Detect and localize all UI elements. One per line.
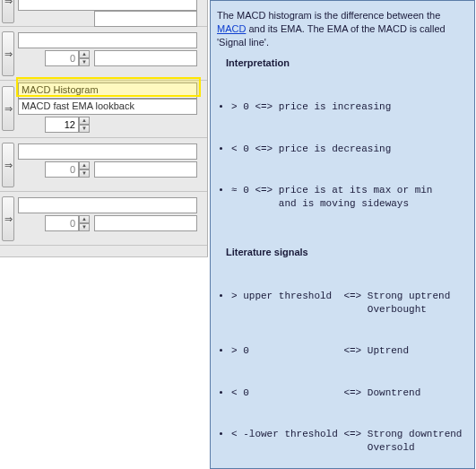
- collapse-arrow-button[interactable]: ⇒: [2, 86, 14, 131]
- spinner-up-icon[interactable]: ▲: [79, 161, 90, 169]
- spinner-down-icon[interactable]: ▼: [79, 169, 90, 178]
- left-panel: ⇒ ⇒ ▲▼ ⇒ MACD Histogram MACD fast EMA lo…: [0, 0, 208, 269]
- help-tooltip: The MACD histogram is the difference bet…: [210, 0, 475, 469]
- value-spinner[interactable]: ▲▼: [45, 215, 90, 231]
- spinner-up-icon[interactable]: ▲: [79, 215, 90, 223]
- empty-area: [0, 256, 208, 469]
- indicator-row: ⇒ ▲▼: [0, 27, 207, 81]
- spinner-input[interactable]: [45, 161, 79, 178]
- indicator-sub-field[interactable]: [94, 50, 197, 66]
- collapse-arrow-button[interactable]: ⇒: [2, 143, 14, 187]
- interpretation-list: > 0 <=> price is increasing < 0 <=> pric…: [217, 73, 468, 238]
- macd-lookback-spinner[interactable]: ▲▼: [45, 117, 90, 133]
- spinner-input[interactable]: [45, 50, 79, 66]
- indicator-sub-field[interactable]: [94, 215, 197, 231]
- indicator-sub-field[interactable]: [94, 11, 197, 27]
- heading-interpretation: Interpretation: [226, 56, 468, 70]
- arrow-right-icon: ⇒: [4, 213, 13, 225]
- tooltip-intro: The MACD histogram is the difference bet…: [217, 9, 468, 49]
- list-item: > upper threshold <=> Strong uptrend Ove…: [231, 290, 468, 317]
- macd-title-field[interactable]: MACD Histogram: [18, 83, 197, 99]
- spinner-down-icon[interactable]: ▼: [79, 223, 90, 231]
- arrow-right-icon: ⇒: [4, 160, 13, 171]
- list-item: > 0 <=> price is increasing: [231, 100, 468, 114]
- indicator-title-field[interactable]: [18, 197, 197, 213]
- spinner-up-icon[interactable]: ▲: [79, 50, 90, 58]
- arrow-right-icon: ⇒: [4, 48, 13, 60]
- macd-lookback-label: MACD fast EMA lookback: [18, 99, 197, 115]
- collapse-arrow-button[interactable]: ⇒: [2, 31, 14, 76]
- macd-link[interactable]: MACD: [217, 23, 246, 34]
- arrow-right-icon: ⇒: [4, 103, 13, 115]
- value-spinner[interactable]: ▲▼: [45, 50, 90, 66]
- spinner-up-icon[interactable]: ▲: [79, 117, 90, 125]
- indicator-row: ⇒: [0, 0, 207, 27]
- value-spinner[interactable]: ▲▼: [45, 161, 90, 178]
- collapse-arrow-button[interactable]: ⇒: [2, 196, 14, 241]
- indicator-title-field[interactable]: [18, 143, 197, 160]
- arrow-right-icon: ⇒: [4, 0, 13, 7]
- list-item: < 0 <=> price is decreasing: [231, 143, 468, 156]
- list-item: < -lower threshold <=> Strong downtrend …: [231, 428, 468, 455]
- list-item: > 0 <=> Uptrend: [231, 344, 468, 358]
- intro-text-a: The MACD histogram is the difference bet…: [217, 10, 440, 21]
- list-item: < 0 <=> Downtrend: [231, 386, 468, 400]
- indicator-row-macd: ⇒ MACD Histogram MACD fast EMA lookback …: [0, 81, 207, 138]
- spinner-input[interactable]: [45, 117, 79, 133]
- literature-list: > upper threshold <=> Strong uptrend Ove…: [217, 262, 468, 469]
- heading-literature: Literature signals: [226, 246, 468, 259]
- collapse-arrow-button[interactable]: ⇒: [2, 0, 14, 23]
- indicator-title-field[interactable]: [18, 0, 197, 11]
- indicator-sub-field[interactable]: [94, 161, 197, 178]
- indicator-title-field[interactable]: [18, 32, 197, 48]
- indicator-row: ⇒ ▲▼: [0, 138, 207, 192]
- indicator-row: ⇒ ▲▼: [0, 192, 207, 246]
- spinner-down-icon[interactable]: ▼: [79, 125, 90, 133]
- spinner-input[interactable]: [45, 215, 79, 231]
- spinner-down-icon[interactable]: ▼: [79, 58, 90, 66]
- list-item: ≈ 0 <=> price is at its max or min and i…: [231, 184, 468, 211]
- intro-text-b: and its EMA. The EMA of the MACD is call…: [217, 23, 446, 48]
- field-text: MACD fast EMA lookback: [22, 100, 134, 111]
- field-text: MACD Histogram: [22, 84, 99, 95]
